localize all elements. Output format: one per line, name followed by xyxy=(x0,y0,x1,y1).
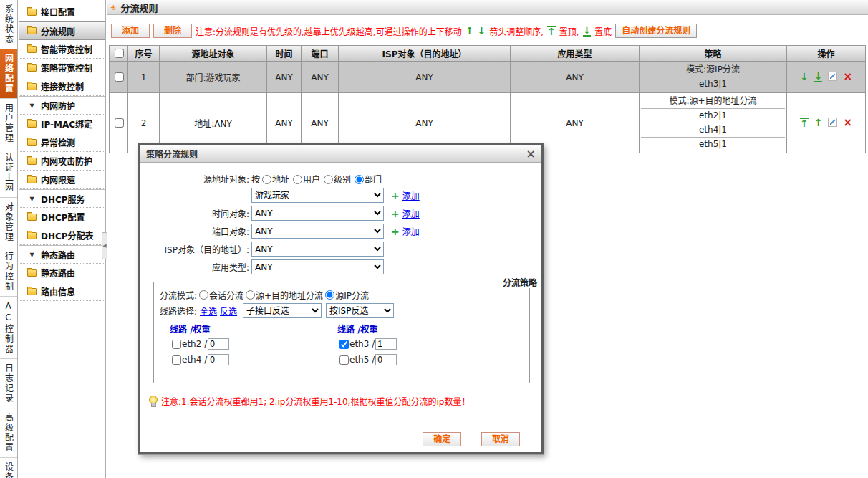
eth2-checkbox[interactable] xyxy=(172,340,181,349)
radio-address[interactable] xyxy=(262,175,271,184)
menu-item-smart-bandwidth[interactable]: 智能带宽控制 xyxy=(19,40,105,59)
eth2-weight-input[interactable] xyxy=(208,338,229,350)
menu-item-ip-mac-binding[interactable]: IP-MAC绑定 xyxy=(19,115,105,133)
folder-icon xyxy=(27,232,37,239)
rail-item-device-maintenance[interactable]: 设备维护 xyxy=(0,458,17,478)
select-all-checkbox[interactable] xyxy=(115,49,124,58)
folder-icon xyxy=(27,269,37,277)
edit-icon[interactable] xyxy=(828,118,837,129)
menu-item-route-info[interactable]: 路由信息 xyxy=(19,282,105,301)
line-row-eth5: eth5 / xyxy=(337,352,495,368)
folder-icon xyxy=(27,176,37,183)
dialog-title-bar: 策略分流规则 × xyxy=(140,145,541,163)
menu-group-lan-protection[interactable]: ▼内网防护 xyxy=(19,96,105,115)
radio-src-ip-split[interactable] xyxy=(325,290,334,300)
menu-item-static-route[interactable]: 静态路由 xyxy=(19,264,105,282)
menu-group-static-route[interactable]: ▼静态路由 xyxy=(19,245,105,264)
rail-item-behavior-control[interactable]: 行为控制 xyxy=(0,247,17,297)
folder-icon xyxy=(27,288,37,295)
move-top-icon: ↑ xyxy=(547,26,556,37)
isp-object-select[interactable]: ANY xyxy=(251,242,384,257)
delete-icon[interactable]: × xyxy=(843,72,852,82)
folder-icon xyxy=(27,120,37,128)
row-checkbox[interactable] xyxy=(115,118,124,128)
isp-invert-select[interactable]: 按ISP反选 xyxy=(326,303,394,318)
eth3-checkbox[interactable] xyxy=(339,340,349,349)
add-source-link[interactable]: 添加 xyxy=(402,189,420,201)
menu-item-anomaly-detection[interactable]: 异常检测 xyxy=(19,133,105,152)
radio-user[interactable] xyxy=(293,175,302,184)
folder-icon xyxy=(27,83,37,90)
folder-icon xyxy=(27,158,37,165)
add-time-link[interactable]: 添加 xyxy=(402,207,420,219)
auto-create-rules-button[interactable]: 自动创建分流规则 xyxy=(615,24,697,38)
plus-icon: + xyxy=(391,190,400,201)
menu-item-interface-config[interactable]: 接口配置 xyxy=(19,3,105,21)
eth4-weight-input[interactable] xyxy=(208,354,229,365)
cell-policy: 模式:源IP分流 eth3|1 xyxy=(640,62,787,93)
add-button[interactable]: 添加 xyxy=(111,24,150,38)
folder-icon xyxy=(27,9,37,16)
menu-item-lan-speed-limit[interactable]: 内网限速 xyxy=(19,171,105,189)
menu-item-policy-bandwidth[interactable]: 策略带宽控制 xyxy=(19,59,105,77)
plus-icon: + xyxy=(391,226,400,237)
close-icon[interactable]: × xyxy=(526,148,536,160)
delete-icon[interactable]: × xyxy=(843,118,852,128)
cancel-button[interactable]: 取消 xyxy=(481,432,520,446)
time-object-select[interactable]: ANY xyxy=(251,206,384,221)
chevron-down-icon: ▼ xyxy=(27,102,37,109)
ok-button[interactable]: 确定 xyxy=(423,432,461,446)
menu-item-lan-attack-defense[interactable]: 内网攻击防护 xyxy=(19,152,105,171)
col-source: 源地址对象 xyxy=(160,46,267,62)
sidebar-collapse-handle[interactable]: ◀ xyxy=(102,232,107,259)
move-up-icon[interactable]: ↑ xyxy=(814,118,823,128)
sub-interface-invert-select[interactable]: 子接口反选 xyxy=(243,303,322,318)
line-select-label: 线路选择: xyxy=(160,305,197,317)
radio-src-dst-split[interactable] xyxy=(246,290,255,300)
radio-department[interactable] xyxy=(355,175,364,184)
invert-select-link[interactable]: 反选 xyxy=(220,305,237,317)
move-bottom-icon[interactable]: ↓ xyxy=(814,72,823,82)
radio-session-split[interactable] xyxy=(199,290,208,300)
menu-group-dhcp-service[interactable]: ▼DHCP服务 xyxy=(19,189,105,208)
radio-level[interactable] xyxy=(324,175,333,184)
delete-button[interactable]: 删除 xyxy=(153,24,192,38)
line-row-eth3: eth3 / xyxy=(337,336,495,352)
rail-item-network-config[interactable]: 网络配置 xyxy=(0,49,17,99)
eth3-weight-input[interactable] xyxy=(375,338,397,350)
add-port-link[interactable]: 添加 xyxy=(402,225,420,237)
eth5-checkbox[interactable] xyxy=(339,355,349,365)
folder-icon xyxy=(27,214,37,221)
rail-item-log-record[interactable]: 日志记录 xyxy=(0,359,17,408)
source-type-radios: 按地址用户级别部门 xyxy=(251,173,383,185)
bottom-label: 置底 xyxy=(594,25,612,37)
rail-item-system-status[interactable]: 系统状态 xyxy=(0,0,17,49)
source-object-select[interactable]: 游戏玩家 xyxy=(251,188,384,203)
isp-object-label: ISP对象（目的地址）: xyxy=(140,243,249,255)
move-down-icon[interactable]: ↓ xyxy=(800,72,809,82)
port-object-select[interactable]: ANY xyxy=(251,224,384,239)
eth4-checkbox[interactable] xyxy=(172,355,181,365)
cell-time: ANY xyxy=(267,62,302,93)
rail-item-ac-controller[interactable]: AC控制器 xyxy=(0,297,17,359)
eth5-weight-input[interactable] xyxy=(375,354,397,365)
line-col-header: 线路 xyxy=(170,325,187,335)
split-mode-label: 分流模式: xyxy=(160,289,197,301)
rail-item-auth-internet[interactable]: 认证上网 xyxy=(0,148,17,198)
weight-col-header: /权重 xyxy=(190,325,210,335)
menu-item-dhcp-config[interactable]: DHCP配置 xyxy=(19,208,105,226)
priority-note-text2: 箭头调整顺序, xyxy=(489,25,544,37)
rail-item-user-management[interactable]: 用户管理 xyxy=(0,99,17,148)
edit-icon[interactable] xyxy=(828,72,837,83)
row-checkbox[interactable] xyxy=(115,72,124,82)
cell-isp: ANY xyxy=(339,62,511,93)
move-top-icon[interactable]: ↑ xyxy=(800,118,809,128)
menu-item-dhcp-allocation[interactable]: DHCP分配表 xyxy=(19,226,105,245)
menu-item-traffic-split-rules[interactable]: 分流规则 xyxy=(19,21,105,40)
rail-item-object-management[interactable]: 对象管理 xyxy=(0,198,17,247)
time-object-label: 时间对象: xyxy=(140,207,249,219)
select-all-link[interactable]: 全选 xyxy=(200,305,217,317)
app-type-select[interactable]: ANY xyxy=(251,259,384,274)
menu-item-connection-limit[interactable]: 连接数控制 xyxy=(19,77,105,96)
rail-item-advanced-config[interactable]: 高级配置 xyxy=(0,408,17,458)
